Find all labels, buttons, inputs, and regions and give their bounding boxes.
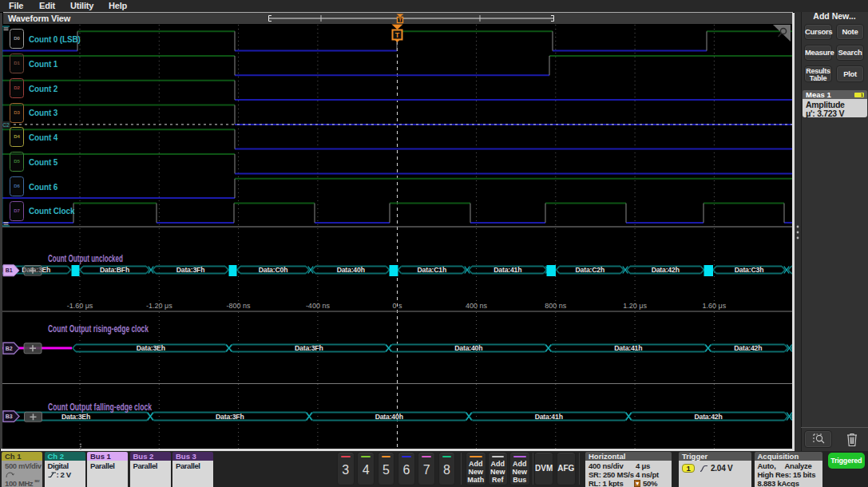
- svg-text:B2: B2: [6, 346, 13, 351]
- svg-text:Data:3Eh: Data:3Eh: [137, 344, 165, 352]
- svg-text:Data:BFh: Data:BFh: [100, 266, 129, 274]
- svg-text:Data:40h: Data:40h: [337, 266, 365, 274]
- svg-text:Data:42h: Data:42h: [734, 344, 762, 352]
- svg-text:B1: B1: [6, 267, 13, 273]
- svg-text:400 ns: 400 ns: [466, 302, 488, 310]
- svg-text:Data:C2h: Data:C2h: [576, 266, 605, 274]
- svg-text:-1.20 μs: -1.20 μs: [146, 302, 172, 310]
- svg-text:Data:41h: Data:41h: [493, 266, 521, 274]
- svg-text:1.60 μs: 1.60 μs: [703, 302, 727, 310]
- svg-text:Data:42h: Data:42h: [694, 413, 722, 421]
- svg-text:Data:C0h: Data:C0h: [259, 266, 288, 274]
- svg-text:-1.60 μs: -1.60 μs: [67, 302, 93, 310]
- svg-text:0 s: 0 s: [392, 302, 402, 310]
- svg-text:Data:40h: Data:40h: [375, 413, 403, 421]
- svg-text:Data:C1h: Data:C1h: [418, 266, 447, 274]
- svg-text:T: T: [398, 18, 402, 22]
- svg-text:800 ns: 800 ns: [545, 302, 567, 310]
- svg-text:Data:41h: Data:41h: [535, 413, 563, 421]
- svg-text:Data:3Fh: Data:3Fh: [176, 266, 205, 274]
- svg-text:Data:40h: Data:40h: [454, 344, 482, 352]
- svg-text:Data:3Eh: Data:3Eh: [61, 413, 90, 421]
- svg-text:Data:3Fh: Data:3Fh: [216, 413, 244, 421]
- svg-text:Data:3Fh: Data:3Fh: [295, 344, 323, 352]
- svg-text:C2: C2: [2, 122, 10, 128]
- svg-text:1.20 μs: 1.20 μs: [623, 302, 647, 310]
- svg-text:Data:C3h: Data:C3h: [735, 266, 764, 274]
- svg-text:B3: B3: [6, 414, 13, 419]
- svg-text:▼: ▼: [635, 481, 640, 486]
- svg-text:Data:42h: Data:42h: [652, 266, 680, 274]
- svg-text:Count Output rising-edge clock: Count Output rising-edge clock: [48, 323, 149, 335]
- svg-text:Count Output unclocked: Count Output unclocked: [48, 253, 123, 264]
- svg-text:T: T: [395, 31, 400, 39]
- svg-text:Count Output falling-edge cloc: Count Output falling-edge clock: [48, 402, 152, 413]
- svg-text:Data:41h: Data:41h: [614, 344, 642, 352]
- svg-text:-400 ns: -400 ns: [306, 302, 331, 310]
- svg-text:-800 ns: -800 ns: [227, 302, 252, 310]
